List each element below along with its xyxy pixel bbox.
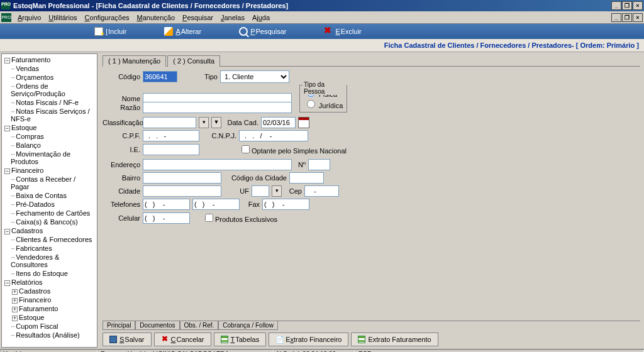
numero-input[interactable] [308,159,330,170]
tree-item[interactable]: Orçamentos [11,73,96,82]
collapse-icon[interactable]: − [4,58,10,63]
menu-pesquisar[interactable]: Pesquisar [179,13,217,23]
ie-input[interactable] [143,144,199,155]
menu-janelas[interactable]: Janelas [217,13,248,23]
tree-item[interactable]: Ordens de Serviço/Produção [11,82,96,98]
tree-item[interactable]: Resultados (Análise) [11,331,96,339]
produtos-exclusivos-checkbox[interactable]: Produtos Exclusivos [203,212,277,224]
tree-item[interactable]: Itens do Estoque [11,269,96,278]
tree-item[interactable]: Fabricantes [11,244,96,253]
tree-item[interactable]: Balanço [11,141,96,150]
collapse-icon[interactable]: − [4,126,10,131]
expand-icon[interactable]: + [12,298,18,304]
calendar-icon[interactable] [298,117,309,128]
bairro-input[interactable] [143,172,221,184]
uf-input[interactable] [252,185,269,197]
tree-group[interactable]: −Cadastros [3,226,96,235]
telefone2-input[interactable] [192,199,240,210]
expand-icon[interactable]: + [12,307,18,312]
radio-juridica[interactable]: Jurídica [304,98,343,109]
statusbar: Usuário: Empresa Usuária: LICINIO CALCAD… [0,349,644,352]
tree-item[interactable]: Fechamento de Cartões [11,209,96,217]
tree-item[interactable]: Contas a Receber / Pagar [11,175,96,191]
collapse-icon[interactable]: − [4,280,10,286]
classificacao-lookup-button[interactable]: ▼ [211,117,221,128]
minimize-button[interactable]: _ [611,1,621,10]
detail-tab[interactable]: Cobrança / Follow [218,321,278,330]
close-button[interactable]: × [633,1,643,10]
menu-utilitarios[interactable]: Utilitários [45,13,80,23]
tree-item[interactable]: +Estoque [11,313,96,322]
tree-item[interactable]: Notas Fiscais Serviços / NFS-e [11,107,96,123]
cancel-icon: ✖ [161,336,169,343]
label-classificacao: Classificação [103,119,140,126]
menu-manutencao[interactable]: Manutenção [133,13,179,23]
tab-consulta[interactable]: ( 2 ) Consulta [167,55,220,67]
detail-tab[interactable]: Principal [103,321,135,330]
tree-item[interactable]: +Financeiro [11,295,96,304]
menu-arquivo[interactable]: Arquivo [14,13,45,23]
tree-item[interactable]: Vendas [11,64,96,73]
detail-tab[interactable]: Obs. / Ref. [180,321,219,330]
document-icon: 📄 [275,336,283,343]
expand-icon[interactable]: + [12,289,18,295]
excluir-button[interactable]: ✖EExcluir [324,27,361,36]
codigo-input[interactable] [143,71,177,82]
fax-input[interactable] [262,199,309,210]
telefone1-input[interactable] [143,199,190,210]
cep-input[interactable] [304,185,339,197]
tree-group[interactable]: −Faturamento [3,55,96,64]
tree-group[interactable]: −Estoque [3,123,96,132]
razao-input[interactable] [143,102,292,113]
tree-item[interactable]: Movimentação de Produtos [11,150,96,166]
uf-dropdown-button[interactable]: ▾ [272,185,282,197]
cancelar-button[interactable]: ✖CCancelar [154,333,211,346]
tree-item[interactable]: Baixa de Contas [11,191,96,200]
label-fax: Fax [242,201,260,208]
navigation-tree[interactable]: −FaturamentoVendasOrçamentosOrdens de Se… [1,53,97,348]
mdi-close-button[interactable]: × [633,13,643,22]
tree-item[interactable]: Pré-Datados [11,200,96,209]
menu-configuracoes[interactable]: Configurações [81,13,133,23]
tab-manutencao[interactable]: ( 1 ) Manutenção [103,55,166,67]
classificacao-input[interactable] [143,117,196,128]
detail-tab[interactable]: Documentos [135,321,179,330]
tree-item[interactable]: Vendedores & Consultores [11,253,96,269]
menu-ajuda[interactable]: Ajuda [248,13,274,23]
label-datacad: Data Cad. [224,119,258,126]
expand-icon[interactable]: + [12,316,18,321]
cidade-input[interactable] [143,185,221,197]
tree-item[interactable]: Cupom Fiscal [11,322,96,331]
salvar-button[interactable]: SSalvar [103,333,152,346]
endereco-input[interactable] [143,159,292,170]
tree-group[interactable]: −Financeiro [3,166,96,175]
codcidade-input[interactable] [289,172,324,184]
tipo-select[interactable]: 1. Cliente [220,70,289,83]
tree-item[interactable]: Caixa(s) & Banco(s) [11,217,96,226]
tree-item[interactable]: Clientes & Fornecedores [11,235,96,244]
optante-simples-checkbox[interactable]: Optante pelo Simples Nacional [239,143,347,155]
tabelas-button[interactable]: TTabelas [214,333,267,346]
tree-item[interactable]: +Faturamento [11,304,96,313]
label-cep: Cep [284,187,302,195]
classificacao-dropdown-button[interactable]: ▾ [199,117,209,128]
tree-item[interactable]: Notas Fiscais / NF-e [11,98,96,107]
datacad-input[interactable] [261,117,296,128]
alterar-button[interactable]: AAlterar [164,27,201,36]
tree-group[interactable]: −Relatórios [3,278,96,287]
cnpj-input[interactable] [239,130,308,141]
mdi-restore-button[interactable]: ❐ [622,13,632,22]
collapse-icon[interactable]: − [4,229,10,234]
mdi-minimize-button[interactable]: _ [611,13,621,22]
extrato-financeiro-button[interactable]: 📄Extrato Financeiro [269,333,348,346]
collapse-icon[interactable]: − [4,168,10,174]
celular-input[interactable] [143,212,190,224]
pesquisar-button[interactable]: PPesquisar [239,27,286,36]
extrato-faturamento-button[interactable]: Extrato Faturamento [351,333,438,346]
tree-item[interactable]: Compras [11,132,96,141]
incluir-button[interactable]: IIncluir [94,27,126,36]
cpf-input[interactable] [143,130,199,141]
new-icon [94,27,103,36]
tree-item[interactable]: +Cadastros [11,287,96,295]
maximize-button[interactable]: ❐ [622,1,632,10]
